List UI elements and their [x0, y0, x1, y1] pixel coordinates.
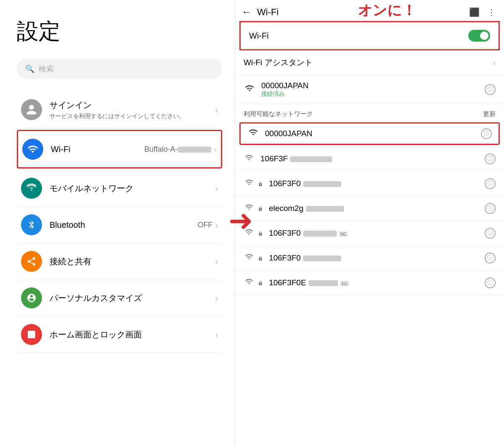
wifi-label: Wi-Fi — [51, 145, 144, 154]
network-name-group: 106F3F0E5G — [269, 278, 479, 287]
network-name-group: 106F3F — [260, 154, 479, 163]
annotation-label: オンに！ — [358, 1, 416, 20]
badge-5g: 5G — [339, 231, 348, 237]
settings-item-homescreen[interactable]: ホーム画面とロック画面 › — [17, 316, 222, 353]
wifi-assistant-label: Wi-Fi アシスタント — [244, 57, 487, 68]
signin-sublabel: サービスを利用するにはサインインしてください。 — [50, 113, 215, 120]
homescreen-icon-circle — [21, 324, 42, 345]
network-name: 106F3F05G — [269, 229, 348, 237]
wifi-lock-signal-icon — [244, 277, 263, 288]
more-options-icon[interactable]: ⋮ — [487, 7, 496, 17]
chevron-icon: › — [215, 330, 218, 340]
network-info-icon[interactable]: ⓘ — [481, 128, 492, 139]
direction-arrow: ➜ — [228, 206, 253, 235]
list-item[interactable]: 106F3F0 ⓘ — [235, 246, 504, 271]
search-input[interactable]: 検索 — [39, 64, 54, 74]
wifi-lock-signal-icon — [244, 253, 263, 263]
back-button[interactable]: ← — [242, 7, 251, 18]
available-section-header: 利用可能なネットワーク 更新 — [235, 104, 504, 121]
wifi-toggle-switch[interactable] — [468, 30, 490, 42]
network-name: 106F3F0E5G — [269, 278, 349, 287]
wifi-header: ← Wi-Fi オンに！ ⬛ ⋮ — [235, 0, 504, 21]
network-info-icon[interactable]: ⓘ — [485, 203, 496, 214]
settings-item-signin[interactable]: サインイン サービスを利用するにはサインインしてください。 › — [17, 92, 222, 128]
network-info-icon[interactable]: ⓘ — [485, 253, 496, 263]
connected-network-row[interactable]: 00000JAPAN 接続済み ⓘ — [235, 75, 504, 104]
list-item[interactable]: 106F3F0 ⓘ — [235, 171, 504, 196]
highlighted-network-info: 00000JAPAN — [265, 129, 475, 138]
chevron-icon: › — [214, 145, 217, 154]
list-item[interactable]: elecom2g ⓘ — [235, 196, 504, 221]
network-name: elecom2g — [269, 204, 344, 213]
bluetooth-icon-circle — [21, 214, 42, 235]
chevron-icon: › — [215, 184, 218, 193]
wifi-icon-circle — [22, 139, 43, 160]
settings-item-wifi[interactable]: Wi-Fi Buffalo-A- › — [17, 130, 222, 169]
settings-item-mobile[interactable]: モバイルネットワーク › — [17, 170, 222, 207]
badge-5g: 5G — [340, 281, 349, 287]
wifi-signal-icon — [244, 84, 255, 95]
network-info-icon[interactable]: ⓘ — [485, 84, 496, 95]
network-info-icon[interactable]: ⓘ — [485, 277, 496, 288]
wifi-signal-icon — [244, 153, 255, 164]
connected-network-name: 00000JAPAN — [261, 81, 479, 90]
highlighted-network-row[interactable]: 00000JAPAN ⓘ — [239, 122, 500, 145]
chevron-icon: › — [215, 293, 218, 303]
network-info-icon[interactable]: ⓘ — [485, 228, 496, 239]
bluetooth-status: OFF — [197, 221, 213, 229]
settings-panel: 設定 🔍 検索 サインイン サービスを利用するにはサインインしてください。 › … — [0, 0, 235, 445]
chevron-icon: › — [215, 220, 218, 230]
highlighted-network-name: 00000JAPAN — [265, 129, 475, 138]
chevron-icon: › — [493, 58, 496, 68]
cast-icon[interactable]: ⬛ — [469, 7, 480, 17]
wifi-toggle-row[interactable]: Wi-Fi — [239, 21, 500, 50]
wifi-settings-panel: ← Wi-Fi オンに！ ⬛ ⋮ Wi-Fi Wi-Fi アシスタント › 00… — [235, 0, 504, 445]
wifi-signal-icon — [247, 128, 259, 140]
network-name: 106F3F0 — [269, 253, 341, 262]
connection-label: 接続と共有 — [50, 256, 215, 267]
search-bar[interactable]: 🔍 検索 — [17, 59, 222, 79]
mobile-icon-circle — [21, 178, 42, 199]
settings-item-connection[interactable]: 接続と共有 › — [17, 243, 222, 280]
list-item[interactable]: 106F3F0E5G ⓘ — [235, 271, 504, 295]
header-icons: ⬛ ⋮ — [469, 7, 496, 17]
network-name-group: 106F3F05G — [269, 229, 479, 238]
list-item[interactable]: 106F3F ⓘ — [235, 147, 504, 171]
network-name-group: 106F3F0 — [269, 253, 479, 263]
network-name: 106F3F0 — [269, 179, 341, 188]
list-item[interactable]: 106F3F05G ⓘ — [235, 221, 504, 246]
search-icon: 🔍 — [25, 64, 34, 74]
network-info-icon[interactable]: ⓘ — [485, 178, 496, 189]
wifi-value-group: Buffalo-A- › — [144, 145, 217, 154]
homescreen-label: ホーム画面とロック画面 — [50, 329, 215, 340]
wifi-assistant-row[interactable]: Wi-Fi アシスタント › — [235, 50, 504, 75]
settings-item-bluetooth[interactable]: Bluetooth OFF › — [17, 207, 222, 243]
personal-label: パーソナルカスタマイズ — [50, 292, 215, 304]
refresh-button[interactable]: 更新 — [483, 110, 496, 118]
bluetooth-label: Bluetooth — [50, 220, 197, 230]
avatar — [21, 99, 42, 120]
mobile-label: モバイルネットワーク — [50, 183, 215, 194]
chevron-icon: › — [215, 257, 218, 266]
wifi-current-network: Buffalo-A- — [144, 145, 212, 154]
page-title: 設定 — [17, 17, 222, 46]
wifi-toggle-label: Wi-Fi — [249, 31, 468, 41]
settings-item-personal[interactable]: パーソナルカスタマイズ › — [17, 280, 222, 316]
wifi-network-list: 106F3F ⓘ 106F3F0 ⓘ — [235, 147, 504, 445]
connected-status: 接続済み — [261, 90, 479, 98]
connection-icon-circle — [21, 251, 42, 272]
personal-icon-circle — [21, 287, 42, 308]
network-name-group: 106F3F0 — [269, 179, 479, 188]
available-section-title: 利用可能なネットワーク — [244, 110, 313, 118]
connected-network-info: 00000JAPAN 接続済み — [261, 81, 479, 98]
network-name-group: elecom2g — [269, 204, 479, 213]
bluetooth-value-group: OFF › — [197, 220, 218, 230]
wifi-lock-signal-icon — [244, 178, 263, 189]
signin-label: サインイン — [50, 100, 215, 111]
network-name: 106F3F — [260, 154, 332, 163]
network-info-icon[interactable]: ⓘ — [485, 153, 496, 164]
chevron-icon: › — [215, 105, 218, 115]
